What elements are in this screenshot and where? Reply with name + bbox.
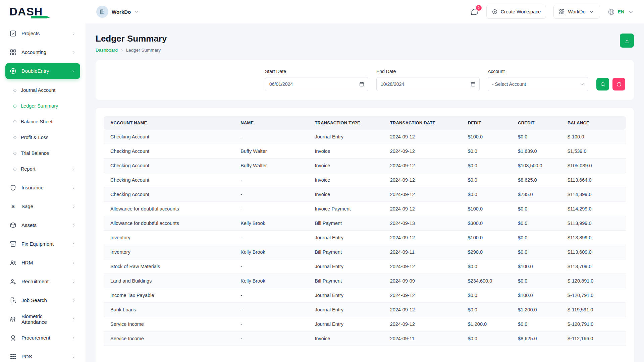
sidebar-item-hrm[interactable]: HRM	[5, 255, 80, 271]
cell-transaction-type: Invoice	[309, 159, 384, 173]
column-header-debit: DEBIT	[463, 116, 513, 130]
cell-account-name: Allowance for doubtful accounts	[104, 216, 235, 231]
filter-card: Start Date End Date Accoun	[96, 60, 634, 100]
end-date-input[interactable]	[376, 77, 480, 91]
cell-debit: $290.0	[463, 245, 513, 259]
cell-account-name: Inventory	[104, 245, 235, 259]
cell-name: -	[235, 173, 309, 187]
cell-account-name: Service Income	[104, 317, 235, 331]
cell-transaction-type: Journal Entry	[309, 259, 384, 274]
search-button[interactable]	[596, 78, 609, 90]
chevron-down-icon	[627, 8, 635, 16]
sage-icon: S	[9, 203, 17, 210]
sidebar-item-sage[interactable]: SSage	[5, 198, 80, 215]
cell-account-name: Checking Account	[104, 144, 235, 159]
cell-debit: $300.0	[463, 216, 513, 231]
cell-balance: $113,709.0	[562, 259, 626, 274]
plus-circle-icon	[492, 9, 498, 15]
cell-transaction-date: 2024-09-12	[385, 259, 463, 274]
hrm-icon	[9, 259, 17, 266]
cell-debit: $0.0	[463, 259, 513, 274]
cell-name: -	[235, 187, 309, 202]
reset-filter-button[interactable]	[612, 78, 625, 90]
create-workspace-label: Create Workspace	[501, 9, 541, 14]
sidebar: ProjectsAccountingDoubleEntryJournal Acc…	[0, 23, 86, 362]
start-date-input[interactable]	[265, 77, 368, 91]
sidebar-subitem-balance-sheet[interactable]: Balance Sheet	[5, 114, 80, 130]
sidebar-item-insurance[interactable]: Insurance	[5, 180, 80, 196]
bullet-icon	[13, 89, 16, 92]
sidebar-item-fix-equipment[interactable]: Fix Equipment	[5, 236, 80, 252]
sidebar-item-accounting[interactable]: Accounting	[5, 44, 80, 60]
sidebar-subitem-trial-balance[interactable]: Trial Balance	[5, 145, 80, 161]
messages-button[interactable]: 0	[470, 7, 479, 16]
brand-logo[interactable]: DASH	[9, 5, 86, 18]
sidebar-item-label: DoubleEntry	[21, 68, 49, 74]
sidebar-item-label: Procurement	[21, 335, 50, 341]
sidebar-item-projects[interactable]: Projects	[5, 25, 80, 42]
column-header-transaction-date: TRANSACTION DATE	[385, 116, 463, 130]
cell-credit: $8,625.0	[513, 331, 562, 346]
cell-account-name: Stock of Raw Materials	[104, 259, 235, 274]
table-row: Bank Loans-Journal Entry2024-09-12$0.0$1…	[104, 303, 626, 317]
cell-transaction-date: 2024-09-12	[385, 202, 463, 216]
sidebar-nav: ProjectsAccountingDoubleEntryJournal Acc…	[5, 25, 80, 362]
bullet-icon	[13, 136, 16, 139]
cell-account-name: Checking Account	[104, 173, 235, 187]
end-date-field: End Date	[376, 69, 480, 91]
cell-account-name: Checking Account	[104, 159, 235, 173]
top-header: DASH WorkDo 0 Create Workspace	[0, 0, 644, 23]
breadcrumb-dashboard-link[interactable]: Dashboard	[96, 48, 118, 53]
pos-icon	[9, 353, 17, 360]
cell-transaction-date: 2024-09-13	[385, 216, 463, 231]
sidebar-item-biometric-attendance[interactable]: Biometric Attendance	[5, 311, 80, 327]
cell-debit: $0.0	[463, 303, 513, 317]
sidebar-item-job-search[interactable]: Job Search	[5, 292, 80, 308]
table-row: InventoryKelly BrookBill Payment2024-09-…	[104, 245, 626, 259]
apps-menu-button[interactable]: WorkDo	[553, 5, 600, 19]
download-icon	[624, 38, 630, 44]
cell-credit: $103,500.0	[513, 159, 562, 173]
sidebar-item-label: POS	[21, 354, 32, 359]
column-header-credit: CREDIT	[513, 116, 562, 130]
cell-credit: $1,200.0	[513, 303, 562, 317]
workspace-avatar	[96, 6, 108, 18]
cell-credit: $0.0	[513, 245, 562, 259]
fix-equipment-icon	[9, 240, 17, 248]
cell-name: -	[235, 303, 309, 317]
sidebar-item-label: Assets	[21, 222, 37, 228]
doubleentry-icon	[9, 67, 17, 75]
sidebar-item-assets[interactable]: Assets	[5, 217, 80, 233]
cell-account-name: Allowance for doubtful accounts	[104, 202, 235, 216]
workspace-selector[interactable]: WorkDo	[96, 6, 139, 18]
job-search-icon	[9, 297, 17, 304]
create-workspace-button[interactable]: Create Workspace	[486, 5, 546, 19]
breadcrumb-separator: ›	[121, 47, 123, 53]
cell-account-name: Service Income	[104, 331, 235, 346]
cell-name: -	[235, 331, 309, 346]
cell-balance: $105,039.0	[562, 159, 626, 173]
sidebar-subitem-journal-account[interactable]: Journal Account	[5, 82, 80, 98]
sidebar-item-procurement[interactable]: Procurement	[5, 330, 80, 346]
language-selector[interactable]: EN	[607, 8, 635, 16]
procurement-icon	[9, 334, 17, 342]
sidebar-item-pos[interactable]: POS	[5, 349, 80, 362]
chevron-down-icon	[589, 9, 595, 15]
sidebar-item-recruitment[interactable]: Recruitment	[5, 274, 80, 290]
sidebar-subitem-ledger-summary[interactable]: Ledger Summary	[5, 98, 80, 114]
sidebar-item-doubleentry[interactable]: DoubleEntry	[5, 63, 80, 79]
table-row: Service Income-Journal Entry2024-09-12$1…	[104, 317, 626, 331]
cell-balance: $114,299.0	[562, 202, 626, 216]
bullet-icon	[13, 152, 16, 155]
account-select[interactable]: - Select Account	[488, 77, 588, 91]
cell-balance: $113,664.0	[562, 173, 626, 187]
cell-credit: $0.0	[513, 202, 562, 216]
cell-credit: $0.0	[513, 231, 562, 245]
download-button[interactable]	[620, 34, 634, 48]
cell-name: -	[235, 317, 309, 331]
sidebar-subitem-report[interactable]: Report	[5, 161, 80, 177]
sidebar-item-label: Biometric Attendance	[21, 313, 62, 325]
chevron-right-icon	[71, 50, 76, 55]
grid-icon	[559, 9, 565, 15]
sidebar-subitem-profit-loss[interactable]: Profit & Loss	[5, 130, 80, 145]
